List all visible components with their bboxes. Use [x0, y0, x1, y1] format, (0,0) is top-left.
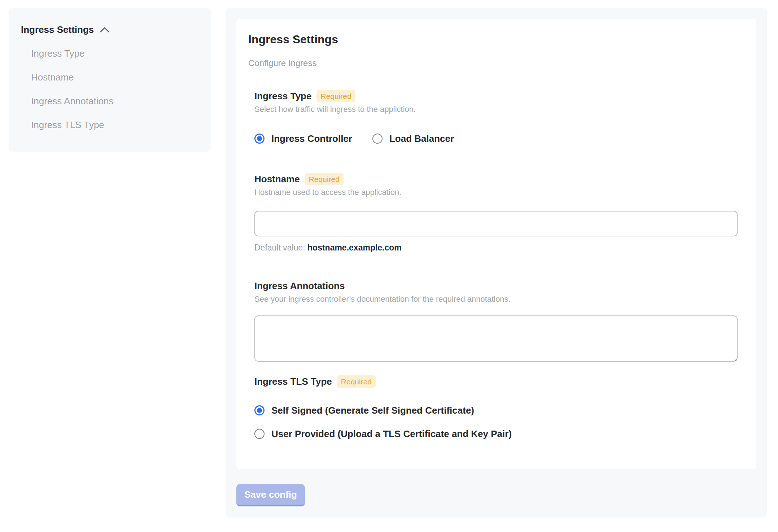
save-config-button[interactable]: Save config [236, 484, 305, 506]
form-sections: Ingress Type Required Select how traffic… [254, 90, 738, 440]
section-ingress-tls-type: Ingress TLS Type Required Self Signed (G… [254, 375, 738, 440]
hostname-default-line: Default value: hostname.example.com [254, 243, 738, 253]
ingress-annotations-helper: See your ingress controller’s documentat… [254, 294, 738, 305]
required-badge: Required [337, 375, 376, 388]
sidebar-item-hostname[interactable]: Hostname [31, 73, 200, 82]
sidebar-section-title: Ingress Settings [21, 24, 94, 35]
radio-selected-icon [254, 405, 265, 415]
radio-option-label: Load Balancer [389, 132, 454, 145]
section-ingress-annotations: Ingress Annotations See your ingress con… [254, 280, 738, 362]
page-title: Ingress Settings [248, 32, 738, 46]
hostname-label: Hostname [254, 173, 300, 185]
radio-option-ingress-controller[interactable]: Ingress Controller [254, 132, 352, 145]
save-row: Save config [236, 484, 756, 506]
radio-option-label: Self Signed (Generate Self Signed Certif… [271, 404, 474, 417]
ingress-settings-panel: Ingress Settings Configure Ingress Ingre… [226, 8, 767, 518]
sidebar-item-ingress-tls-type[interactable]: Ingress TLS Type [31, 120, 200, 130]
radio-unselected-icon [254, 429, 265, 439]
ingress-type-label: Ingress Type [254, 90, 311, 102]
section-ingress-type: Ingress Type Required Select how traffic… [254, 90, 738, 145]
radio-option-self-signed[interactable]: Self Signed (Generate Self Signed Certif… [254, 404, 738, 417]
ingress-type-radio-group: Ingress Controller Load Balancer [254, 132, 738, 145]
radio-option-label: User Provided (Upload a TLS Certificate … [271, 428, 512, 440]
chevron-up-icon [100, 24, 110, 35]
ingress-annotations-textarea[interactable] [254, 315, 738, 362]
radio-selected-icon [254, 134, 265, 144]
ingress-settings-card: Ingress Settings Configure Ingress Ingre… [236, 19, 756, 469]
page-subtitle: Configure Ingress [248, 58, 738, 68]
sidebar-item-list: Ingress Type Hostname Ingress Annotation… [31, 49, 200, 130]
hostname-helper: Hostname used to access the application. [254, 187, 738, 198]
default-value-text: hostname.example.com [307, 243, 402, 252]
radio-unselected-icon [372, 134, 383, 144]
ingress-type-helper: Select how traffic will ingress to the a… [254, 104, 738, 115]
required-badge: Required [316, 90, 355, 102]
sidebar-item-ingress-annotations[interactable]: Ingress Annotations [31, 96, 200, 106]
radio-option-label: Ingress Controller [271, 132, 352, 145]
sidebar-item-ingress-type[interactable]: Ingress Type [31, 49, 200, 58]
ingress-tls-type-label: Ingress TLS Type [254, 375, 332, 388]
sidebar-section-header[interactable]: Ingress Settings [21, 24, 200, 35]
hostname-input[interactable] [254, 211, 738, 236]
default-value-prefix: Default value: [254, 243, 307, 252]
radio-option-load-balancer[interactable]: Load Balancer [372, 132, 454, 145]
radio-option-user-provided[interactable]: User Provided (Upload a TLS Certificate … [254, 428, 738, 440]
section-hostname: Hostname Required Hostname used to acces… [254, 173, 738, 253]
required-badge: Required [305, 173, 344, 185]
ingress-settings-sidebar: Ingress Settings Ingress Type Hostname I… [9, 8, 211, 152]
ingress-tls-radio-group: Self Signed (Generate Self Signed Certif… [254, 404, 738, 440]
ingress-annotations-label: Ingress Annotations [254, 280, 345, 292]
